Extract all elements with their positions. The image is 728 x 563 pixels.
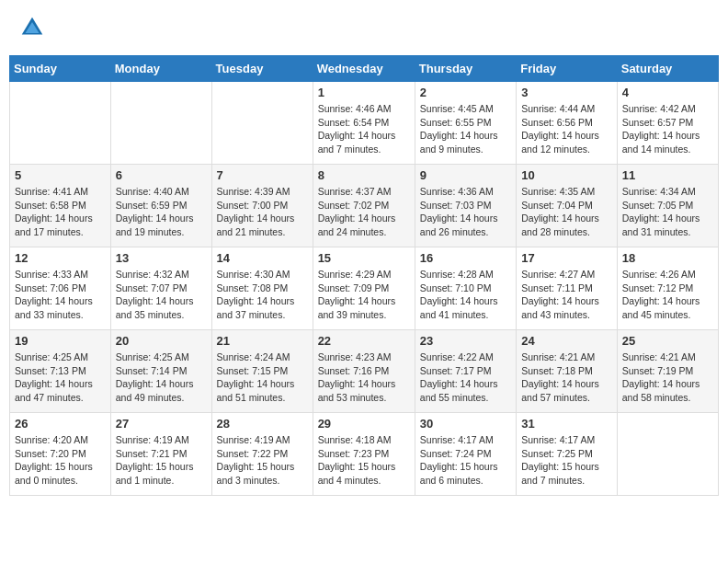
calendar-cell: 1Sunrise: 4:46 AM Sunset: 6:54 PM Daylig… (313, 82, 415, 165)
day-info: Sunrise: 4:46 AM Sunset: 6:54 PM Dayligh… (318, 102, 410, 156)
day-info: Sunrise: 4:34 AM Sunset: 7:05 PM Dayligh… (622, 185, 713, 239)
day-number: 16 (420, 251, 511, 265)
calendar-cell: 30Sunrise: 4:17 AM Sunset: 7:24 PM Dayli… (415, 413, 516, 496)
calendar-week-row: 5Sunrise: 4:41 AM Sunset: 6:58 PM Daylig… (10, 165, 719, 247)
calendar-cell: 20Sunrise: 4:25 AM Sunset: 7:14 PM Dayli… (110, 330, 211, 413)
calendar-cell: 13Sunrise: 4:32 AM Sunset: 7:07 PM Dayli… (110, 247, 211, 330)
day-number: 5 (15, 168, 106, 182)
day-number: 17 (521, 251, 612, 265)
day-number: 29 (318, 417, 410, 431)
calendar-cell: 11Sunrise: 4:34 AM Sunset: 7:05 PM Dayli… (617, 165, 718, 247)
day-number: 4 (622, 86, 713, 99)
day-number: 7 (217, 168, 308, 182)
day-info: Sunrise: 4:17 AM Sunset: 7:24 PM Dayligh… (420, 433, 511, 488)
day-info: Sunrise: 4:27 AM Sunset: 7:11 PM Dayligh… (521, 268, 612, 322)
calendar-cell: 6Sunrise: 4:40 AM Sunset: 6:59 PM Daylig… (110, 165, 211, 247)
calendar-cell: 31Sunrise: 4:17 AM Sunset: 7:25 PM Dayli… (517, 413, 618, 496)
calendar-table: SundayMondayTuesdayWednesdayThursdayFrid… (9, 55, 719, 496)
calendar-cell: 12Sunrise: 4:33 AM Sunset: 7:06 PM Dayli… (10, 247, 111, 330)
day-number: 12 (15, 251, 106, 265)
calendar-cell: 27Sunrise: 4:19 AM Sunset: 7:21 PM Dayli… (110, 413, 211, 496)
day-info: Sunrise: 4:24 AM Sunset: 7:15 PM Dayligh… (217, 350, 308, 405)
day-info: Sunrise: 4:36 AM Sunset: 7:03 PM Dayligh… (420, 185, 511, 239)
calendar-cell: 2Sunrise: 4:45 AM Sunset: 6:55 PM Daylig… (415, 82, 516, 165)
calendar-cell (10, 82, 111, 165)
calendar-cell: 17Sunrise: 4:27 AM Sunset: 7:11 PM Dayli… (517, 247, 618, 330)
day-info: Sunrise: 4:28 AM Sunset: 7:10 PM Dayligh… (420, 268, 511, 322)
day-number: 18 (622, 251, 713, 265)
col-header-wednesday: Wednesday (313, 56, 415, 82)
calendar-cell (617, 413, 718, 496)
day-number: 28 (217, 417, 308, 431)
calendar-cell: 19Sunrise: 4:25 AM Sunset: 7:13 PM Dayli… (10, 330, 111, 413)
calendar-cell: 4Sunrise: 4:42 AM Sunset: 6:57 PM Daylig… (617, 82, 718, 165)
day-number: 6 (116, 168, 207, 182)
col-header-monday: Monday (110, 56, 211, 82)
day-number: 26 (15, 417, 106, 431)
day-number: 23 (420, 334, 511, 348)
day-number: 10 (521, 168, 612, 182)
calendar-cell: 9Sunrise: 4:36 AM Sunset: 7:03 PM Daylig… (415, 165, 516, 247)
logo (18, 14, 50, 41)
calendar-cell: 28Sunrise: 4:19 AM Sunset: 7:22 PM Dayli… (211, 413, 313, 496)
calendar-cell: 26Sunrise: 4:20 AM Sunset: 7:20 PM Dayli… (10, 413, 111, 496)
calendar-cell: 23Sunrise: 4:22 AM Sunset: 7:17 PM Dayli… (415, 330, 516, 413)
day-info: Sunrise: 4:40 AM Sunset: 6:59 PM Dayligh… (116, 185, 207, 239)
calendar-cell: 25Sunrise: 4:21 AM Sunset: 7:19 PM Dayli… (617, 330, 718, 413)
day-info: Sunrise: 4:19 AM Sunset: 7:22 PM Dayligh… (217, 433, 308, 488)
day-info: Sunrise: 4:33 AM Sunset: 7:06 PM Dayligh… (15, 268, 106, 322)
day-info: Sunrise: 4:26 AM Sunset: 7:12 PM Dayligh… (622, 268, 713, 322)
calendar-week-row: 19Sunrise: 4:25 AM Sunset: 7:13 PM Dayli… (10, 330, 719, 413)
calendar-cell: 15Sunrise: 4:29 AM Sunset: 7:09 PM Dayli… (313, 247, 415, 330)
calendar-cell: 7Sunrise: 4:39 AM Sunset: 7:00 PM Daylig… (211, 165, 313, 247)
day-number: 20 (116, 334, 207, 348)
day-info: Sunrise: 4:35 AM Sunset: 7:04 PM Dayligh… (521, 185, 612, 239)
day-number: 3 (521, 86, 612, 99)
day-info: Sunrise: 4:29 AM Sunset: 7:09 PM Dayligh… (318, 268, 410, 322)
calendar-cell: 18Sunrise: 4:26 AM Sunset: 7:12 PM Dayli… (617, 247, 718, 330)
day-number: 27 (116, 417, 207, 431)
calendar-cell: 16Sunrise: 4:28 AM Sunset: 7:10 PM Dayli… (415, 247, 516, 330)
day-info: Sunrise: 4:44 AM Sunset: 6:56 PM Dayligh… (521, 102, 612, 156)
page-header (9, 9, 719, 46)
calendar-cell: 29Sunrise: 4:18 AM Sunset: 7:23 PM Dayli… (313, 413, 415, 496)
day-info: Sunrise: 4:25 AM Sunset: 7:14 PM Dayligh… (116, 350, 207, 405)
day-info: Sunrise: 4:17 AM Sunset: 7:25 PM Dayligh… (521, 433, 612, 488)
day-info: Sunrise: 4:20 AM Sunset: 7:20 PM Dayligh… (15, 433, 106, 488)
col-header-thursday: Thursday (415, 56, 516, 82)
day-number: 24 (521, 334, 612, 348)
calendar-cell: 10Sunrise: 4:35 AM Sunset: 7:04 PM Dayli… (517, 165, 618, 247)
day-number: 31 (521, 417, 612, 431)
day-info: Sunrise: 4:39 AM Sunset: 7:00 PM Dayligh… (217, 185, 308, 239)
day-number: 19 (15, 334, 106, 348)
calendar-cell: 24Sunrise: 4:21 AM Sunset: 7:18 PM Dayli… (517, 330, 618, 413)
day-info: Sunrise: 4:30 AM Sunset: 7:08 PM Dayligh… (217, 268, 308, 322)
day-info: Sunrise: 4:23 AM Sunset: 7:16 PM Dayligh… (318, 350, 410, 405)
calendar-cell: 8Sunrise: 4:37 AM Sunset: 7:02 PM Daylig… (313, 165, 415, 247)
day-number: 30 (420, 417, 511, 431)
day-info: Sunrise: 4:41 AM Sunset: 6:58 PM Dayligh… (15, 185, 106, 239)
calendar-cell: 22Sunrise: 4:23 AM Sunset: 7:16 PM Dayli… (313, 330, 415, 413)
col-header-saturday: Saturday (617, 56, 718, 82)
calendar-cell (211, 82, 313, 165)
day-number: 9 (420, 168, 511, 182)
day-info: Sunrise: 4:19 AM Sunset: 7:21 PM Dayligh… (116, 433, 207, 488)
calendar-week-row: 12Sunrise: 4:33 AM Sunset: 7:06 PM Dayli… (10, 247, 719, 330)
calendar-cell: 14Sunrise: 4:30 AM Sunset: 7:08 PM Dayli… (211, 247, 313, 330)
day-number: 11 (622, 168, 713, 182)
calendar-cell: 21Sunrise: 4:24 AM Sunset: 7:15 PM Dayli… (211, 330, 313, 413)
day-info: Sunrise: 4:22 AM Sunset: 7:17 PM Dayligh… (420, 350, 511, 405)
calendar-cell: 3Sunrise: 4:44 AM Sunset: 6:56 PM Daylig… (517, 82, 618, 165)
day-number: 13 (116, 251, 207, 265)
day-info: Sunrise: 4:18 AM Sunset: 7:23 PM Dayligh… (318, 433, 410, 488)
day-info: Sunrise: 4:21 AM Sunset: 7:19 PM Dayligh… (622, 350, 713, 405)
calendar-cell: 5Sunrise: 4:41 AM Sunset: 6:58 PM Daylig… (10, 165, 111, 247)
logo-icon (18, 14, 46, 41)
calendar-cell (110, 82, 211, 165)
day-number: 15 (318, 251, 410, 265)
day-info: Sunrise: 4:37 AM Sunset: 7:02 PM Dayligh… (318, 185, 410, 239)
day-info: Sunrise: 4:21 AM Sunset: 7:18 PM Dayligh… (521, 350, 612, 405)
day-info: Sunrise: 4:45 AM Sunset: 6:55 PM Dayligh… (420, 102, 511, 156)
day-info: Sunrise: 4:32 AM Sunset: 7:07 PM Dayligh… (116, 268, 207, 322)
day-info: Sunrise: 4:25 AM Sunset: 7:13 PM Dayligh… (15, 350, 106, 405)
